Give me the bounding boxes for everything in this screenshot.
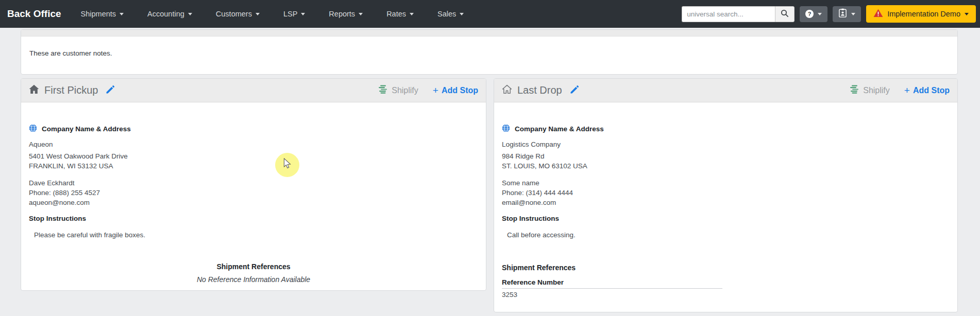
edit-stop-button[interactable] <box>105 84 115 96</box>
shiplify-link[interactable]: Shiplify <box>378 84 418 97</box>
add-stop-button[interactable]: + Add Stop <box>433 85 478 95</box>
pencil-icon <box>569 84 580 96</box>
stop-instructions-heading: Stop Instructions <box>29 215 478 222</box>
nav-menu-label: Rates <box>386 10 406 18</box>
universal-search <box>682 6 795 22</box>
navbar-right-tools: ? Implementation Demo <box>682 0 976 28</box>
panel-header-actions: Shiplify + Add Stop <box>378 84 478 97</box>
references-heading: Shipment References <box>29 262 478 271</box>
chevron-down-icon <box>120 13 124 15</box>
warning-triangle-icon <box>873 9 883 19</box>
nav-menus: Shipments Accounting Customers LSP Repor… <box>81 10 464 18</box>
customer-notes-text: These are customer notes. <box>21 37 957 57</box>
pencil-icon <box>105 84 115 96</box>
panel-header-actions: Shiplify + Add Stop <box>849 84 950 97</box>
top-navbar: Back Office Shipments Accounting Custome… <box>0 0 980 28</box>
nav-menu-accounting[interactable]: Accounting <box>147 10 192 18</box>
home-filled-icon <box>29 84 39 96</box>
address-line-1: 5401 West Oakwood Park Drive <box>29 151 478 161</box>
address-section-heading: Company Name & Address <box>29 124 478 134</box>
first-pickup-header: First Pickup Shiplify + Add Stop <box>21 79 486 102</box>
shiplify-link[interactable]: Shiplify <box>849 84 890 97</box>
chevron-down-icon <box>301 13 305 15</box>
chevron-down-icon <box>256 13 260 15</box>
edit-stop-button[interactable] <box>569 84 580 96</box>
reference-number-column-header: Reference Number <box>502 278 722 289</box>
shiplify-logo-icon <box>849 84 859 97</box>
address-line-2: ST. LOUIS, MO 63102 USA <box>502 161 950 171</box>
add-stop-label: Add Stop <box>442 86 478 95</box>
contact-email: aqueon@none.com <box>29 198 478 207</box>
contact-name: Dave Eckhardt <box>29 178 478 188</box>
question-circle-icon: ? <box>805 10 814 18</box>
last-drop-panel: Last Drop Shiplify + Add Stop Company N <box>494 78 958 312</box>
contact-name: Some name <box>502 178 950 188</box>
first-pickup-panel: First Pickup Shiplify + Add Stop Compan <box>21 78 486 291</box>
chevron-down-icon <box>359 13 363 15</box>
home-outline-icon <box>502 84 512 96</box>
app-brand: Back Office <box>7 8 61 20</box>
search-input[interactable] <box>682 6 775 22</box>
nav-menu-shipments[interactable]: Shipments <box>81 10 124 18</box>
shipment-references-section: Shipment References No Reference Informa… <box>29 262 478 284</box>
nav-menu-label: LSP <box>283 10 297 18</box>
shiplify-label: Shiplify <box>863 86 890 95</box>
address-heading-label: Company Name & Address <box>515 125 604 133</box>
customer-notes-card: These are customer notes. <box>21 29 958 75</box>
contact-email: email@none.com <box>502 198 950 207</box>
panel-title-group: First Pickup <box>29 84 115 96</box>
chevron-down-icon <box>460 13 464 15</box>
add-stop-label: Add Stop <box>913 86 950 95</box>
address-block: Aqueon 5401 West Oakwood Park Drive FRAN… <box>29 139 478 171</box>
shiplify-label: Shiplify <box>392 86 418 95</box>
reference-number-value: 3253 <box>502 291 950 299</box>
search-button[interactable] <box>775 6 795 22</box>
contact-phone: Phone: (314) 444 4444 <box>502 188 950 198</box>
globe-icon <box>502 124 510 134</box>
address-section-heading: Company Name & Address <box>502 124 950 134</box>
address-line-1: 984 Ridge Rd <box>502 151 950 161</box>
stop-instructions-text: Call before accessing. <box>502 231 950 239</box>
demo-button-label: Implementation Demo <box>887 10 960 18</box>
references-empty-message: No Reference Information Available <box>29 275 478 284</box>
contact-block: Some name Phone: (314) 444 4444 email@no… <box>502 178 950 207</box>
nav-menu-customers[interactable]: Customers <box>216 10 260 18</box>
address-heading-label: Company Name & Address <box>42 125 131 133</box>
implementation-demo-button[interactable]: Implementation Demo <box>866 5 976 23</box>
notes-card-header-sliver <box>21 30 957 37</box>
plus-icon: + <box>433 85 438 95</box>
nav-menu-label: Accounting <box>147 10 184 18</box>
contact-phone: Phone: (888) 255 4527 <box>29 188 478 198</box>
nav-menu-lsp[interactable]: LSP <box>283 10 305 18</box>
last-drop-header: Last Drop Shiplify + Add Stop <box>494 79 957 102</box>
user-badge-menu-button[interactable] <box>833 6 861 22</box>
company-name: Logistics Company <box>502 139 950 149</box>
chevron-down-icon <box>410 13 414 15</box>
shiplify-logo-icon <box>378 84 388 97</box>
company-name: Aqueon <box>29 139 478 149</box>
add-stop-button[interactable]: + Add Stop <box>904 85 950 95</box>
chevron-down-icon <box>851 13 855 15</box>
nav-menu-reports[interactable]: Reports <box>329 10 363 18</box>
nav-menu-rates[interactable]: Rates <box>386 10 414 18</box>
address-line-2: FRANKLIN, WI 53132 USA <box>29 161 478 171</box>
globe-icon <box>29 124 37 134</box>
nav-menu-sales[interactable]: Sales <box>437 10 464 18</box>
nav-menu-label: Customers <box>216 10 252 18</box>
references-heading: Shipment References <box>502 264 950 272</box>
back-office-screen: Back Office Shipments Accounting Custome… <box>0 0 980 316</box>
plus-icon: + <box>904 85 910 95</box>
shipment-references-section: Shipment References Reference Number 325… <box>502 264 950 299</box>
id-badge-icon <box>838 8 847 20</box>
contact-block: Dave Eckhardt Phone: (888) 255 4527 aque… <box>29 178 478 207</box>
mouse-cursor-icon <box>283 158 292 171</box>
panel-title: First Pickup <box>44 84 98 96</box>
stop-instructions-heading: Stop Instructions <box>502 215 950 222</box>
panel-title-group: Last Drop <box>502 84 580 96</box>
address-block: Logistics Company 984 Ridge Rd ST. LOUIS… <box>502 139 950 171</box>
chevron-down-icon <box>188 13 192 15</box>
chevron-down-icon <box>965 13 969 15</box>
first-pickup-body: Company Name & Address Aqueon 5401 West … <box>21 102 486 291</box>
search-icon <box>781 9 789 19</box>
help-menu-button[interactable]: ? <box>800 6 827 22</box>
